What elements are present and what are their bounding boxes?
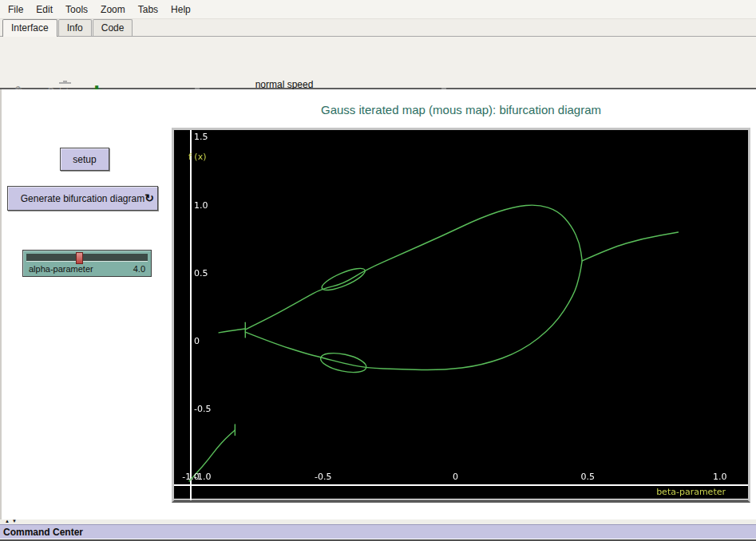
tab-info[interactable]: Info [58, 19, 92, 36]
x-axis-tick--1.0: -1.0 [182, 472, 199, 482]
tab-interface[interactable]: Interface [2, 19, 57, 37]
generate-button-label: Generate bifurcation diagram [21, 193, 144, 204]
toolbar: ✎ Edit Delete ✚ Add abc Button ▼ normal … [0, 37, 756, 89]
plot-title-note: Gauss iterated map (mous map): bifurcati… [172, 103, 750, 116]
command-center-title: Command Center [0, 527, 83, 538]
menu-item-edit[interactable]: Edit [30, 1, 59, 18]
forever-icon: ↻ [144, 192, 154, 203]
generate-bifurcation-button[interactable]: Generate bifurcation diagram ↻ [7, 186, 158, 211]
setup-button[interactable]: setup [60, 148, 109, 171]
y-axis-tick-1.5: 1.5 [194, 132, 208, 142]
menu-bar: FileEditToolsZoomTabsHelp [0, 0, 756, 19]
plot-y-axis-label: f (x) [188, 152, 206, 162]
y-axis-tick-1.0: 1.0 [194, 200, 208, 211]
tab-bar: InterfaceInfoCode [0, 19, 756, 37]
menu-item-tools[interactable]: Tools [59, 1, 94, 18]
slider-thumb[interactable] [76, 252, 83, 264]
splitter-down-icon[interactable]: ▼ [12, 519, 17, 523]
netlogo-window: FileEditToolsZoomTabsHelp InterfaceInfoC… [0, 0, 756, 541]
interface-canvas: Gauss iterated map (mous map): bifurcati… [0, 89, 756, 519]
y-axis-tick-0.5: 0.5 [194, 268, 208, 278]
bifurcation-canvas [174, 130, 748, 500]
slider-value: 4.0 [133, 264, 145, 274]
menu-item-tabs[interactable]: Tabs [132, 1, 164, 18]
splitter-up-icon[interactable]: ▲ [5, 519, 10, 523]
menu-item-file[interactable]: File [2, 1, 30, 18]
x-axis-tick-1.0: 1.0 [713, 472, 727, 482]
alpha-parameter-slider[interactable]: alpha-parameter 4.0 [22, 250, 152, 277]
tab-code[interactable]: Code [93, 19, 133, 36]
slider-label: alpha-parameter [29, 264, 93, 274]
menu-item-help[interactable]: Help [164, 1, 197, 18]
slider-track[interactable] [26, 254, 148, 262]
bifurcation-plot-widget: f (x) beta-parameter 1.51.00.50-0.5-1.0-… [172, 128, 750, 503]
x-axis-tick-0: 0 [453, 472, 458, 482]
x-axis-tick--0.5: -0.5 [315, 472, 331, 482]
speed-slider-label: normal speed [255, 79, 314, 90]
plot-x-axis-label: beta-parameter [656, 487, 726, 497]
menu-item-zoom[interactable]: Zoom [94, 1, 132, 18]
plot-area: f (x) beta-parameter 1.51.00.50-0.5-1.0-… [174, 130, 748, 500]
y-axis-tick--0.5: -0.5 [194, 404, 211, 414]
x-axis-tick-0.5: 0.5 [580, 472, 595, 482]
command-center-header: Command Center [0, 524, 756, 539]
y-axis-tick-0: 0 [194, 336, 200, 346]
